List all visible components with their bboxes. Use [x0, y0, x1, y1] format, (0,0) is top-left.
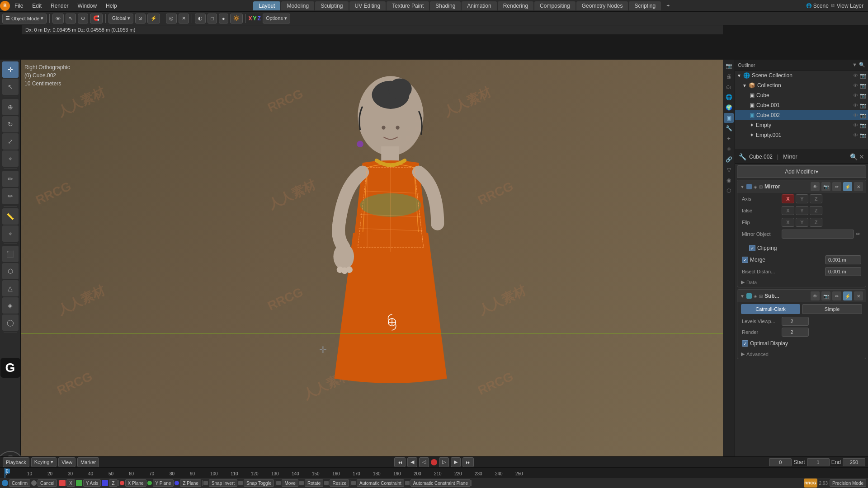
catmull-clark-button[interactable]: Catmull-Clark: [741, 304, 800, 314]
tab-geometry-nodes[interactable]: Geometry Nodes: [576, 1, 628, 10]
mirror-data-section[interactable]: ▶ Data: [737, 277, 866, 287]
rotate-tool[interactable]: ↻: [2, 116, 19, 132]
auto-constraint-plane-button[interactable]: Automatic Constraint Plane: [410, 479, 471, 487]
sub-advanced-section[interactable]: ▶ Advanced: [737, 349, 866, 359]
collection-visibility-icon[interactable]: 👁: [853, 83, 858, 89]
mirror-merge-checkbox[interactable]: ✓: [742, 257, 748, 263]
scene-properties-icon[interactable]: 🌐: [724, 92, 734, 102]
shaderfx-properties-icon[interactable]: ⬡: [724, 186, 734, 196]
empty001-render-icon[interactable]: 📷: [860, 132, 866, 138]
empty-visibility-icon[interactable]: 👁: [853, 122, 858, 128]
sub-close-icon[interactable]: ✕: [854, 291, 863, 300]
jump-start-button[interactable]: ⏮: [394, 457, 406, 467]
scene-render-icon[interactable]: 📷: [860, 73, 866, 79]
tab-layout[interactable]: Layout: [253, 1, 280, 10]
simple-button[interactable]: Simple: [802, 304, 862, 314]
move-tool[interactable]: ⊕: [2, 99, 19, 115]
tab-sculpting[interactable]: Sculpting: [315, 1, 348, 10]
mirror-show-render-icon[interactable]: 📷: [821, 182, 830, 191]
collection-render-icon[interactable]: 📷: [860, 83, 866, 89]
add-metaball-tool[interactable]: ◯: [2, 314, 19, 331]
add-surface-tool[interactable]: ◈: [2, 297, 19, 314]
add-mesh-tool[interactable]: △: [2, 280, 19, 296]
mirror-collapse-icon[interactable]: ▼: [740, 184, 745, 189]
tab-compositing[interactable]: Compositing: [534, 1, 576, 10]
cancel-button[interactable]: Cancel: [38, 479, 57, 487]
snap-toggle-button[interactable]: Snap Toggle: [244, 479, 274, 487]
empty001-visibility-icon[interactable]: 👁: [853, 132, 858, 138]
annotate-tool[interactable]: ✏: [2, 171, 19, 187]
viewport-solid[interactable]: ●: [219, 14, 228, 23]
timeline-track[interactable]: 0 10 20 30 40 50 60 70 80 90 100 110 120…: [0, 468, 868, 478]
outliner-collection[interactable]: ▼ 📦 Collection 👁 📷: [735, 80, 868, 90]
sub-show-viewport-icon[interactable]: 👁: [811, 291, 820, 300]
end-frame-input[interactable]: [843, 458, 865, 466]
tab-rendering[interactable]: Rendering: [498, 1, 533, 10]
bisect-distance-input[interactable]: [825, 267, 861, 276]
particles-properties-icon[interactable]: ✦: [724, 134, 734, 144]
outliner-empty[interactable]: ✦ Empty 👁 📷: [735, 120, 868, 130]
viewport-wireframe[interactable]: □: [208, 14, 217, 23]
transform-pivot[interactable]: ⊙: [78, 14, 88, 23]
marker-menu[interactable]: Marker: [77, 457, 99, 467]
confirm-button[interactable]: Confirm: [9, 479, 30, 487]
viewport-shading[interactable]: ◐: [195, 14, 206, 23]
snap-btn[interactable]: ⚡: [147, 14, 160, 23]
tab-scripting[interactable]: Scripting: [629, 1, 661, 10]
physics-properties-icon[interactable]: ⚛: [724, 144, 734, 154]
mirror-object-input[interactable]: [782, 230, 854, 239]
playback-menu[interactable]: Playback: [3, 457, 29, 467]
output-properties-icon[interactable]: 🖨: [724, 71, 734, 81]
rotate-button[interactable]: Rotate: [305, 479, 323, 487]
overlay-btn[interactable]: ◎: [166, 14, 177, 23]
cube001-visibility-icon[interactable]: 👁: [853, 103, 858, 108]
mirror-object-edit-icon[interactable]: ✏: [856, 231, 860, 237]
view-toggle[interactable]: 👁: [52, 14, 64, 23]
proportional-edit[interactable]: ⊙: [135, 14, 146, 23]
subdivision-modifier-header[interactable]: ▼ ◈ ⊞ Sub... 👁 📷 ✏ ⚡ ✕: [737, 290, 866, 302]
current-frame-input[interactable]: [769, 458, 792, 466]
cube001-render-icon[interactable]: 📷: [860, 103, 866, 108]
transform-orientation[interactable]: Global ▾: [108, 14, 133, 23]
mirror-clipping-checkbox[interactable]: ✓: [749, 245, 755, 251]
menu-help[interactable]: Help: [101, 0, 122, 11]
play-reverse-button[interactable]: ◁: [419, 457, 429, 467]
viewport[interactable]: 人人素材 RRCG 人人素材 RRCG 人人素材 RRCG 人人素材 RRCG …: [21, 60, 723, 482]
select-tool[interactable]: ↖: [2, 79, 19, 95]
xray-btn[interactable]: ✕: [179, 14, 189, 23]
play-button[interactable]: ▷: [439, 457, 449, 467]
mirror-show-viewport-icon[interactable]: 👁: [811, 182, 820, 191]
transform2-tool[interactable]: ⌖: [2, 225, 19, 242]
merge-value-input[interactable]: [825, 255, 861, 264]
scene-visibility-icon[interactable]: 👁: [853, 73, 858, 79]
measure-tool[interactable]: 📏: [2, 208, 19, 225]
sub-realtime-icon[interactable]: ⚡: [843, 291, 852, 300]
properties-close-icon[interactable]: ✕: [859, 153, 864, 160]
world-properties-icon[interactable]: 🌍: [724, 103, 734, 113]
keying-menu[interactable]: Keying ▾: [31, 457, 57, 467]
resize-button[interactable]: Resize: [330, 479, 349, 487]
menu-window[interactable]: Window: [73, 0, 101, 11]
outliner-search-icon[interactable]: 🔍: [859, 62, 865, 68]
add-workspace-btn[interactable]: +: [662, 3, 674, 9]
view-layer-properties-icon[interactable]: 🗂: [724, 82, 734, 92]
z-plane-button[interactable]: Z Plane: [180, 479, 201, 487]
precision-mode-button[interactable]: Precision Mode: [830, 479, 866, 487]
transform-tool[interactable]: ⌖: [2, 150, 19, 167]
mirror-modifier-header[interactable]: ▼ ◈ ⊞ Mirror 👁 📷 ✏ ⚡ ✕: [737, 180, 866, 193]
cube-render-icon[interactable]: 📷: [860, 93, 866, 99]
cube002-render-icon[interactable]: 📷: [860, 113, 866, 118]
mirror-realtime-icon[interactable]: ⚡: [843, 182, 852, 191]
3d-viewport-area[interactable]: 人人素材 RRCG 人人素材 RRCG 人人素材 RRCG 人人素材 RRCG …: [21, 60, 723, 482]
cube002-visibility-icon[interactable]: 👁: [853, 113, 858, 118]
snap-invert-button[interactable]: Snap Invert: [209, 479, 237, 487]
data-properties-icon[interactable]: ▽: [724, 165, 734, 175]
sub-show-edit-icon[interactable]: ✏: [832, 291, 841, 300]
select-mode[interactable]: ↖: [66, 14, 76, 23]
object-mode-selector[interactable]: ☰ Object Mode ▾: [2, 14, 47, 23]
sub-show-render-icon[interactable]: 📷: [821, 291, 830, 300]
mirror-axis-x[interactable]: X: [782, 194, 794, 203]
menu-file[interactable]: File: [10, 0, 28, 11]
snap-settings[interactable]: 🧲: [90, 14, 103, 23]
cursor-tool[interactable]: ✛: [2, 61, 19, 78]
